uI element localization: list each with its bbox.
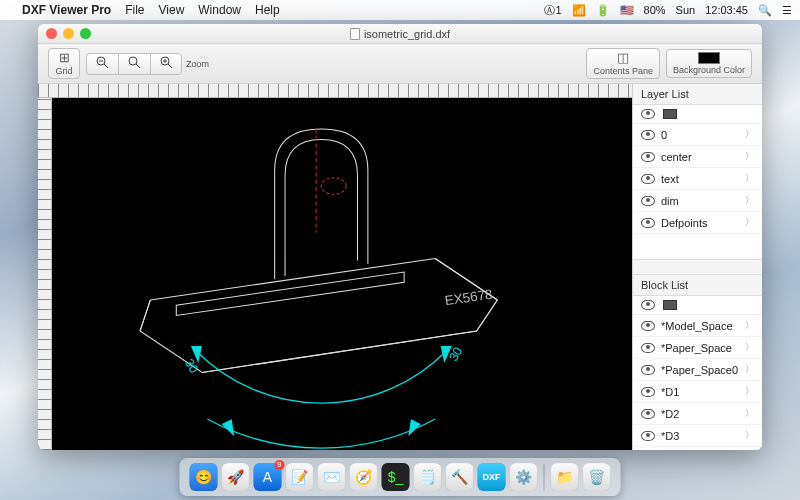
safari-icon[interactable]: 🧭 <box>350 463 378 491</box>
zoom-out-button[interactable] <box>86 53 118 75</box>
dock[interactable]: 😊 🚀 A 📝 ✉️ 🧭 $_ 🗒️ 🔨 DXF ⚙️ 📁 🗑️ <box>180 458 621 496</box>
visibility-icon[interactable] <box>641 130 655 140</box>
canvas-area: EX5678 30 30 120 <box>38 84 632 450</box>
mail-icon[interactable]: ✉️ <box>318 463 346 491</box>
layer-tools <box>633 105 762 124</box>
visibility-icon[interactable] <box>641 365 655 375</box>
xcode-icon[interactable]: 🔨 <box>446 463 474 491</box>
background-color-button[interactable]: Background Color <box>666 49 752 78</box>
chevron-right-icon: 〉 <box>745 407 754 420</box>
zoom-out-icon <box>96 56 109 72</box>
chevron-right-icon: 〉 <box>745 194 754 207</box>
zoom-in-button[interactable] <box>150 53 182 75</box>
svg-line-4 <box>136 64 140 68</box>
color-swatch-icon[interactable] <box>663 300 677 310</box>
trash-icon[interactable]: 🗑️ <box>583 463 611 491</box>
finder-icon[interactable]: 😊 <box>190 463 218 491</box>
layer-row[interactable]: center〉 <box>633 146 762 168</box>
minimize-button[interactable] <box>63 28 74 39</box>
pane-icon: ◫ <box>617 51 629 65</box>
dock-divider <box>544 464 545 490</box>
chevron-right-icon: 〉 <box>745 363 754 376</box>
contents-pane-button[interactable]: ◫Contents Pane <box>586 48 660 79</box>
textedit-icon[interactable]: 📝 <box>286 463 314 491</box>
close-button[interactable] <box>46 28 57 39</box>
vertical-ruler <box>38 98 52 450</box>
block-row[interactable]: *Paper_Space〉 <box>633 337 762 359</box>
window-titlebar[interactable]: isometric_grid.dxf <box>38 24 762 44</box>
spotlight-icon[interactable]: 🔍 <box>758 4 772 17</box>
block-list-header: Block List <box>633 275 762 296</box>
svg-line-1 <box>104 64 108 68</box>
visibility-icon[interactable] <box>641 321 655 331</box>
grid-button[interactable]: ⊞Grid <box>48 48 80 79</box>
app-window: isometric_grid.dxf ⊞Grid Zoom ◫Contents … <box>38 24 762 450</box>
toolbar: ⊞Grid Zoom ◫Contents Pane Background Col… <box>38 44 762 84</box>
downloads-icon[interactable]: 📁 <box>551 463 579 491</box>
block-row[interactable]: *Model_Space〉 <box>633 315 762 337</box>
flag-icon[interactable]: 🇺🇸 <box>620 4 634 17</box>
part-label: EX5678 <box>444 287 493 309</box>
block-row[interactable]: *Paper_Space0〉 <box>633 359 762 381</box>
visibility-icon[interactable] <box>641 387 655 397</box>
svg-point-3 <box>129 57 137 65</box>
system-menubar: DXF Viewer Pro File View Window Help Ⓐ1 … <box>0 0 800 20</box>
layer-row[interactable]: text〉 <box>633 168 762 190</box>
zoom-fit-icon <box>128 56 141 72</box>
document-icon <box>350 28 360 40</box>
block-row[interactable]: *D1〉 <box>633 381 762 403</box>
visibility-icon[interactable] <box>641 343 655 353</box>
visibility-icon[interactable] <box>641 109 655 119</box>
layer-list-header: Layer List <box>633 84 762 105</box>
visibility-icon[interactable] <box>641 152 655 162</box>
block-row[interactable]: *D3〉 <box>633 425 762 447</box>
document-title: isometric_grid.dxf <box>364 28 450 40</box>
chevron-right-icon: 〉 <box>745 150 754 163</box>
wifi-icon[interactable]: 📶 <box>572 4 586 17</box>
zoom-group <box>86 53 182 75</box>
visibility-icon[interactable] <box>641 196 655 206</box>
layer-row[interactable]: 0〉 <box>633 124 762 146</box>
visibility-icon[interactable] <box>641 174 655 184</box>
visibility-icon[interactable] <box>641 300 655 310</box>
layer-row[interactable]: dim〉 <box>633 190 762 212</box>
layer-row[interactable]: Defpoints〉 <box>633 212 762 234</box>
side-panel: Layer List 0〉 center〉 text〉 dim〉 Defpoin… <box>632 84 762 450</box>
visibility-icon[interactable] <box>641 431 655 441</box>
appstore-icon[interactable]: A <box>254 463 282 491</box>
clock-time: 12:03:45 <box>705 4 748 16</box>
chevron-right-icon: 〉 <box>745 128 754 141</box>
chevron-right-icon: 〉 <box>745 341 754 354</box>
traffic-lights[interactable] <box>46 28 91 39</box>
visibility-icon[interactable] <box>641 409 655 419</box>
drawing: EX5678 30 30 120 <box>52 98 632 450</box>
preferences-icon[interactable]: ⚙️ <box>510 463 538 491</box>
battery-icon[interactable]: 🔋 <box>596 4 610 17</box>
block-list: *Model_Space〉 *Paper_Space〉 *Paper_Space… <box>633 315 762 450</box>
app-menu[interactable]: DXF Viewer Pro <box>22 3 111 17</box>
menu-help[interactable]: Help <box>255 3 280 17</box>
chevron-right-icon: 〉 <box>745 385 754 398</box>
block-row[interactable]: *D2〉 <box>633 403 762 425</box>
chevron-right-icon: 〉 <box>745 429 754 442</box>
notes-icon[interactable]: 🗒️ <box>414 463 442 491</box>
menu-window[interactable]: Window <box>198 3 241 17</box>
launchpad-icon[interactable]: 🚀 <box>222 463 250 491</box>
dxf-viewer-icon[interactable]: DXF <box>478 463 506 491</box>
zoom-in-icon <box>160 56 173 72</box>
zoom-label: Zoom <box>186 59 209 69</box>
clock-day: Sun <box>676 4 696 16</box>
color-swatch-icon <box>698 52 720 64</box>
menu-view[interactable]: View <box>159 3 185 17</box>
zoom-button[interactable] <box>80 28 91 39</box>
svg-line-6 <box>168 64 172 68</box>
adobe-status-icon: Ⓐ1 <box>544 3 561 18</box>
menu-file[interactable]: File <box>125 3 144 17</box>
visibility-icon[interactable] <box>641 218 655 228</box>
color-swatch-icon[interactable] <box>663 109 677 119</box>
notification-center-icon[interactable]: ☰ <box>782 4 792 17</box>
terminal-icon[interactable]: $_ <box>382 463 410 491</box>
zoom-fit-button[interactable] <box>118 53 150 75</box>
drawing-canvas[interactable]: EX5678 30 30 120 <box>52 98 632 450</box>
svg-point-9 <box>321 178 346 195</box>
